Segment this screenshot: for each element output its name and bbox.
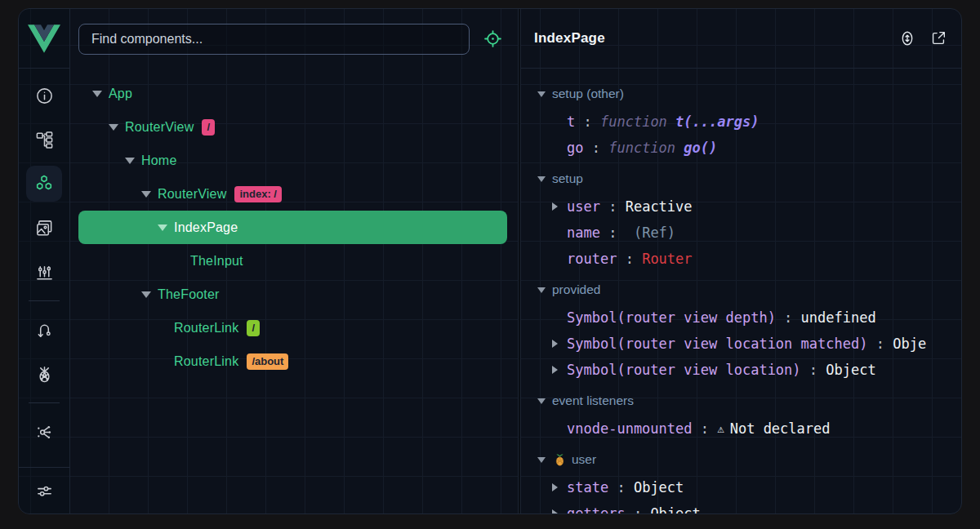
open-in-editor-button[interactable]: [929, 29, 948, 48]
sidebar-tab-assets[interactable]: [19, 206, 69, 250]
info-icon: [35, 87, 54, 105]
property-value: Object: [650, 505, 700, 513]
property-row[interactable]: Symbol(router view location matched) : O…: [521, 331, 961, 357]
section-header[interactable]: user: [521, 445, 961, 474]
expand-toggle-icon[interactable]: [92, 91, 102, 97]
settings-sliders-icon: [35, 482, 54, 500]
expand-toggle-icon[interactable]: [109, 124, 118, 131]
inspector-actions: [898, 29, 948, 48]
property-row[interactable]: Symbol(router view depth) : undefined: [521, 305, 961, 331]
sidebar-tab-graph[interactable]: [19, 410, 69, 454]
property-row[interactable]: go : function go(): [521, 135, 961, 161]
sidebar-divider: [29, 300, 60, 301]
component-name: RouterLink: [174, 321, 238, 336]
property-value: function: [608, 140, 684, 156]
expand-arrow[interactable]: [552, 202, 567, 211]
property-value: undefined: [801, 309, 876, 326]
section-title: setup (other): [552, 87, 624, 101]
inspector-section: providedSymbol(router view depth) : unde…: [521, 275, 961, 383]
sidebar: [19, 9, 70, 513]
tree-node-home[interactable]: Home: [78, 144, 507, 177]
colon-separator: :: [801, 362, 826, 378]
tree-node-app[interactable]: App: [78, 77, 507, 110]
colon-separator: :: [575, 113, 600, 130]
property-key: getters: [567, 505, 626, 513]
expand-arrow[interactable]: [552, 509, 567, 513]
property-value: function: [600, 113, 675, 130]
component-name: RouterLink: [174, 354, 238, 369]
property-row[interactable]: state : Object: [521, 474, 961, 500]
property-row[interactable]: Symbol(router view location) : Object: [521, 357, 961, 383]
chevron-right-icon: [552, 509, 558, 513]
property-key: Symbol(router view depth): [567, 309, 776, 326]
property-row[interactable]: user : Reactive: [521, 193, 961, 220]
property-value: Router: [642, 251, 692, 267]
tree-node-routerview[interactable]: RouterViewindex: /: [78, 177, 507, 211]
pineapple-icon: [35, 365, 54, 384]
sidebar-divider: [29, 402, 60, 403]
expand-arrow[interactable]: [552, 340, 567, 348]
colon-separator: :: [617, 251, 642, 267]
chevron-right-icon: [552, 366, 558, 374]
component-tree: AppRouterView/HomeRouterViewindex: /Inde…: [70, 69, 518, 378]
vertical-sliders-icon: [35, 263, 54, 282]
inspector-header: IndexPage: [521, 9, 961, 69]
section-header[interactable]: event listeners: [521, 386, 961, 416]
scroll-to-component-button[interactable]: [898, 29, 917, 48]
tree-node-routerlink[interactable]: RouterLink/: [78, 311, 507, 345]
expand-toggle-icon[interactable]: [141, 191, 151, 198]
tree-node-routerlink[interactable]: RouterLink/about: [78, 345, 507, 378]
sidebar-tab-outline[interactable]: [19, 118, 69, 162]
property-key: t: [567, 113, 575, 130]
property-value: go(): [684, 140, 717, 156]
section-header[interactable]: setup: [521, 164, 961, 193]
expand-toggle-icon[interactable]: [141, 291, 151, 298]
sidebar-tab-settings[interactable]: [20, 469, 70, 513]
component-name: App: [109, 87, 132, 101]
sidebar-tab-router[interactable]: [19, 308, 69, 352]
route-badge: /: [247, 320, 260, 336]
collapse-icon: [537, 176, 546, 182]
components-icon: [34, 174, 54, 193]
vue-logo-icon: [28, 24, 60, 53]
section-header[interactable]: setup (other): [521, 79, 961, 109]
sidebar-tab-components[interactable]: [19, 162, 69, 206]
expand-arrow[interactable]: [552, 483, 567, 491]
property-row[interactable]: t : function t(...args): [521, 109, 961, 135]
component-picker-button[interactable]: [483, 30, 501, 48]
property-row[interactable]: vnode-unmounted : ⚠Not declared: [521, 416, 961, 442]
target-icon: [484, 30, 501, 47]
property-row[interactable]: router : Router: [521, 246, 961, 272]
vue-logo[interactable]: [19, 9, 69, 69]
open-in-editor-icon: [929, 29, 947, 47]
property-row[interactable]: name : (Ref): [521, 220, 961, 246]
expand-arrow[interactable]: [552, 366, 567, 374]
warning-icon: ⚠: [717, 422, 724, 435]
expand-toggle-icon[interactable]: [158, 224, 167, 231]
route-badge: /about: [247, 353, 288, 370]
sidebar-tab-overview[interactable]: [19, 73, 69, 118]
collapse-icon: [537, 398, 546, 404]
property-key: Symbol(router view location): [567, 362, 801, 378]
tree-node-thefooter[interactable]: TheFooter: [78, 278, 507, 311]
section-header[interactable]: provided: [521, 275, 961, 305]
sidebar-nav: [19, 69, 69, 467]
chevron-right-icon: [552, 202, 558, 211]
colon-separator: :: [583, 140, 608, 156]
devtools-window: AppRouterView/HomeRouterViewindex: /Inde…: [18, 8, 962, 514]
property-value: t(...args): [675, 113, 759, 130]
tree-node-routerview[interactable]: RouterView/: [78, 110, 507, 144]
tree-node-theinput[interactable]: TheInput: [78, 244, 507, 278]
expand-toggle-icon[interactable]: [125, 158, 135, 164]
property-value: Object: [826, 362, 875, 378]
tree-node-indexpage[interactable]: IndexPage: [78, 211, 507, 244]
route-badge: /: [202, 119, 215, 136]
sidebar-tab-pinia[interactable]: [19, 352, 69, 396]
component-name: RouterView: [125, 120, 194, 135]
property-row[interactable]: getters : Object: [521, 500, 961, 513]
search-input[interactable]: [78, 24, 470, 55]
graph-icon: [35, 423, 54, 442]
inspector-section: setupuser : Reactivename : (Ref)router :…: [521, 164, 961, 272]
property-key: state: [567, 479, 608, 496]
sidebar-tab-options[interactable]: [19, 250, 69, 294]
